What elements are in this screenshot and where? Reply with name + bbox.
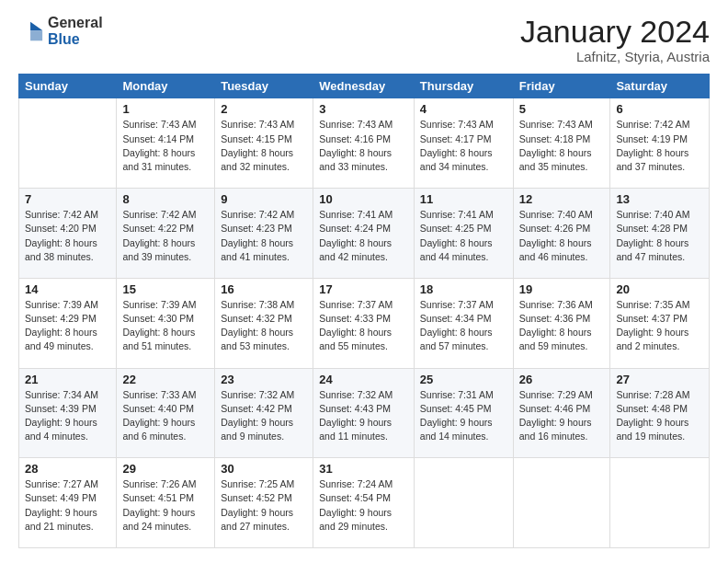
day-info: Sunrise: 7:31 AM Sunset: 4:45 PM Dayligh… xyxy=(420,388,507,444)
header-cell-wednesday: Wednesday xyxy=(313,75,415,98)
day-number: 13 xyxy=(616,192,703,206)
week-row-4: 28Sunrise: 7:27 AM Sunset: 4:49 PM Dayli… xyxy=(19,458,710,548)
day-info: Sunrise: 7:27 AM Sunset: 4:49 PM Dayligh… xyxy=(25,477,110,534)
day-cell: 16Sunrise: 7:38 AM Sunset: 4:32 PM Dayli… xyxy=(215,278,313,368)
day-info: Sunrise: 7:38 AM Sunset: 4:32 PM Dayligh… xyxy=(221,298,307,354)
day-number: 26 xyxy=(519,373,605,386)
day-info: Sunrise: 7:24 AM Sunset: 4:54 PM Dayligh… xyxy=(319,477,408,534)
day-cell: 18Sunrise: 7:37 AM Sunset: 4:34 PM Dayli… xyxy=(414,278,513,368)
day-number: 11 xyxy=(420,192,507,206)
day-number: 1 xyxy=(122,102,209,116)
week-row-0: 1Sunrise: 7:43 AM Sunset: 4:14 PM Daylig… xyxy=(19,98,710,189)
day-number: 29 xyxy=(122,462,209,476)
day-number: 12 xyxy=(519,192,605,206)
day-info: Sunrise: 7:34 AM Sunset: 4:39 PM Dayligh… xyxy=(25,388,110,444)
day-cell: 25Sunrise: 7:31 AM Sunset: 4:45 PM Dayli… xyxy=(414,368,513,458)
day-number: 30 xyxy=(221,462,307,476)
day-cell: 22Sunrise: 7:33 AM Sunset: 4:40 PM Dayli… xyxy=(117,368,215,458)
page: General Blue January 2024 Lafnitz, Styri… xyxy=(0,0,728,563)
day-info: Sunrise: 7:43 AM Sunset: 4:15 PM Dayligh… xyxy=(221,118,307,174)
day-cell: 7Sunrise: 7:42 AM Sunset: 4:20 PM Daylig… xyxy=(19,189,117,279)
day-info: Sunrise: 7:43 AM Sunset: 4:18 PM Dayligh… xyxy=(519,118,605,174)
day-cell: 19Sunrise: 7:36 AM Sunset: 4:36 PM Dayli… xyxy=(513,278,610,368)
logo-text: General Blue xyxy=(48,15,103,47)
day-cell: 6Sunrise: 7:42 AM Sunset: 4:19 PM Daylig… xyxy=(610,98,710,189)
day-info: Sunrise: 7:28 AM Sunset: 4:48 PM Dayligh… xyxy=(616,388,703,444)
day-cell: 13Sunrise: 7:40 AM Sunset: 4:28 PM Dayli… xyxy=(610,189,710,279)
day-info: Sunrise: 7:40 AM Sunset: 4:28 PM Dayligh… xyxy=(616,208,703,264)
day-info: Sunrise: 7:43 AM Sunset: 4:17 PM Dayligh… xyxy=(420,118,507,174)
week-row-1: 7Sunrise: 7:42 AM Sunset: 4:20 PM Daylig… xyxy=(19,189,710,279)
day-info: Sunrise: 7:39 AM Sunset: 4:30 PM Dayligh… xyxy=(122,298,209,354)
calendar-title: January 2024 xyxy=(520,15,710,49)
day-info: Sunrise: 7:41 AM Sunset: 4:25 PM Dayligh… xyxy=(420,208,507,264)
day-cell: 27Sunrise: 7:28 AM Sunset: 4:48 PM Dayli… xyxy=(610,368,710,458)
day-cell: 23Sunrise: 7:32 AM Sunset: 4:42 PM Dayli… xyxy=(215,368,313,458)
day-info: Sunrise: 7:42 AM Sunset: 4:19 PM Dayligh… xyxy=(616,118,703,174)
header-row: SundayMondayTuesdayWednesdayThursdayFrid… xyxy=(19,75,710,98)
day-cell: 5Sunrise: 7:43 AM Sunset: 4:18 PM Daylig… xyxy=(513,98,610,189)
day-number: 28 xyxy=(25,462,110,476)
day-info: Sunrise: 7:43 AM Sunset: 4:14 PM Dayligh… xyxy=(122,118,209,174)
day-cell xyxy=(414,458,513,548)
header-cell-sunday: Sunday xyxy=(19,75,117,98)
day-cell: 17Sunrise: 7:37 AM Sunset: 4:33 PM Dayli… xyxy=(313,278,415,368)
day-number: 2 xyxy=(221,102,307,116)
day-number: 17 xyxy=(319,282,408,296)
day-cell xyxy=(19,98,117,189)
day-number: 21 xyxy=(25,373,110,386)
day-number: 7 xyxy=(25,192,110,206)
day-cell: 20Sunrise: 7:35 AM Sunset: 4:37 PM Dayli… xyxy=(610,278,710,368)
day-cell: 26Sunrise: 7:29 AM Sunset: 4:46 PM Dayli… xyxy=(513,368,610,458)
week-row-3: 21Sunrise: 7:34 AM Sunset: 4:39 PM Dayli… xyxy=(19,368,710,458)
day-number: 4 xyxy=(420,102,507,116)
svg-marker-1 xyxy=(30,30,42,40)
header-cell-friday: Friday xyxy=(513,75,610,98)
day-cell: 8Sunrise: 7:42 AM Sunset: 4:22 PM Daylig… xyxy=(117,189,215,279)
day-info: Sunrise: 7:43 AM Sunset: 4:16 PM Dayligh… xyxy=(319,118,408,174)
day-cell xyxy=(610,458,710,548)
header-cell-monday: Monday xyxy=(117,75,215,98)
calendar-table: SundayMondayTuesdayWednesdayThursdayFrid… xyxy=(18,74,710,548)
day-number: 9 xyxy=(221,192,307,206)
day-cell: 24Sunrise: 7:32 AM Sunset: 4:43 PM Dayli… xyxy=(313,368,415,458)
day-cell: 3Sunrise: 7:43 AM Sunset: 4:16 PM Daylig… xyxy=(313,98,415,189)
day-info: Sunrise: 7:42 AM Sunset: 4:23 PM Dayligh… xyxy=(221,208,307,264)
day-number: 31 xyxy=(319,462,408,476)
day-info: Sunrise: 7:29 AM Sunset: 4:46 PM Dayligh… xyxy=(519,388,605,444)
day-info: Sunrise: 7:32 AM Sunset: 4:43 PM Dayligh… xyxy=(319,388,408,444)
day-info: Sunrise: 7:36 AM Sunset: 4:36 PM Dayligh… xyxy=(519,298,605,354)
day-cell: 29Sunrise: 7:26 AM Sunset: 4:51 PM Dayli… xyxy=(117,458,215,548)
header-cell-tuesday: Tuesday xyxy=(215,75,313,98)
day-cell: 1Sunrise: 7:43 AM Sunset: 4:14 PM Daylig… xyxy=(117,98,215,189)
day-cell: 10Sunrise: 7:41 AM Sunset: 4:24 PM Dayli… xyxy=(313,189,415,279)
day-number: 15 xyxy=(122,282,209,296)
day-info: Sunrise: 7:32 AM Sunset: 4:42 PM Dayligh… xyxy=(221,388,307,444)
day-cell: 28Sunrise: 7:27 AM Sunset: 4:49 PM Dayli… xyxy=(19,458,117,548)
header-cell-saturday: Saturday xyxy=(610,75,710,98)
day-number: 14 xyxy=(25,282,110,296)
day-cell: 15Sunrise: 7:39 AM Sunset: 4:30 PM Dayli… xyxy=(117,278,215,368)
title-block: January 2024 Lafnitz, Styria, Austria xyxy=(520,15,710,64)
day-cell: 31Sunrise: 7:24 AM Sunset: 4:54 PM Dayli… xyxy=(313,458,415,548)
day-number: 18 xyxy=(420,282,507,296)
day-number: 27 xyxy=(616,373,703,386)
header-cell-thursday: Thursday xyxy=(414,75,513,98)
day-info: Sunrise: 7:37 AM Sunset: 4:33 PM Dayligh… xyxy=(319,298,408,354)
day-cell xyxy=(513,458,610,548)
day-info: Sunrise: 7:41 AM Sunset: 4:24 PM Dayligh… xyxy=(319,208,408,264)
day-info: Sunrise: 7:26 AM Sunset: 4:51 PM Dayligh… xyxy=(122,477,209,534)
day-number: 22 xyxy=(122,373,209,386)
day-number: 25 xyxy=(420,373,507,386)
day-number: 3 xyxy=(319,102,408,116)
day-cell: 12Sunrise: 7:40 AM Sunset: 4:26 PM Dayli… xyxy=(513,189,610,279)
logo: General Blue xyxy=(18,15,103,47)
day-info: Sunrise: 7:25 AM Sunset: 4:52 PM Dayligh… xyxy=(221,477,307,534)
day-info: Sunrise: 7:33 AM Sunset: 4:40 PM Dayligh… xyxy=(122,388,209,444)
day-number: 10 xyxy=(319,192,408,206)
week-row-2: 14Sunrise: 7:39 AM Sunset: 4:29 PM Dayli… xyxy=(19,278,710,368)
day-cell: 21Sunrise: 7:34 AM Sunset: 4:39 PM Dayli… xyxy=(19,368,117,458)
svg-marker-0 xyxy=(30,21,42,29)
day-cell: 4Sunrise: 7:43 AM Sunset: 4:17 PM Daylig… xyxy=(414,98,513,189)
day-cell: 2Sunrise: 7:43 AM Sunset: 4:15 PM Daylig… xyxy=(215,98,313,189)
